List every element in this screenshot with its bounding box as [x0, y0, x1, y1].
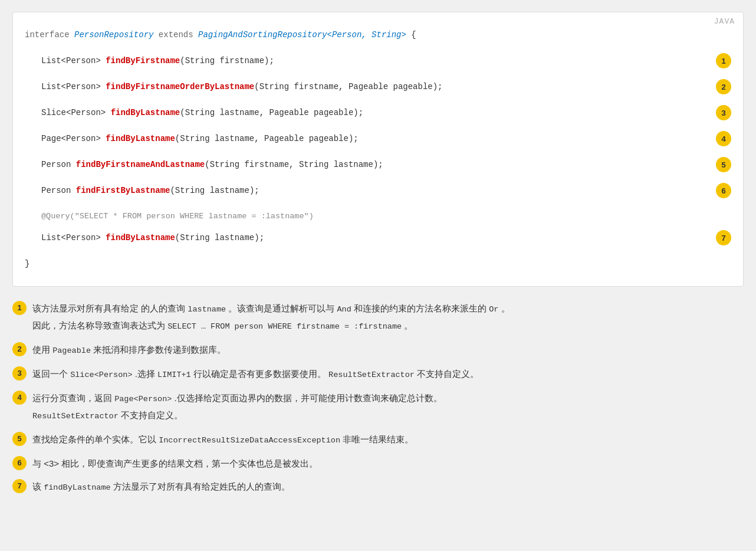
code-text-6: Person findFirstByLastname(String lastna…: [41, 184, 709, 197]
annotation-item-2: 2 使用 Pageable 来抵消和排序参数传递到数据库。: [12, 342, 744, 358]
annotation-text-1: 该方法显示对所有具有给定 的人的查询 lastname 。该查询是通过解析可以与…: [32, 301, 744, 334]
annotation-badge-3: 3: [12, 366, 27, 381]
code-block: JAVA interface PersonRepository extends …: [12, 12, 744, 287]
badge-3: 3: [716, 105, 731, 120]
annotation-item-7: 7 该 findByLastname 方法显示了对所有具有给定姓氏的人的查询。: [12, 479, 744, 495]
page-container: JAVA interface PersonRepository extends …: [12, 12, 744, 495]
annotation-badge-7: 7: [12, 479, 27, 493]
annotation-item-5: 5 查找给定条件的单个实体。它以 IncorrectResultSizeData…: [12, 432, 744, 448]
annotation-item-6: 6 与 <3> 相比，即使查询产生更多的结果文档，第一个实体也总是被发出。: [12, 456, 744, 471]
code-line-1: List<Person> findByFirstname(String firs…: [25, 50, 731, 71]
badge-7: 7: [716, 230, 731, 245]
code-text-3: Slice<Person> findByLastname(String last…: [41, 106, 709, 119]
annotations: 1 该方法显示对所有具有给定 的人的查询 lastname 。该查询是通过解析可…: [12, 301, 744, 495]
code-line-7: List<Person> findByLastname(String lastn…: [25, 227, 731, 248]
code-text-7-query: @Query("SELECT * FROM person WHERE lastn…: [41, 210, 731, 223]
code-text-5: Person findByFirstnameAndLastname(String…: [41, 158, 709, 171]
code-line-5: Person findByFirstnameAndLastname(String…: [25, 154, 731, 175]
code-text-closing: }: [25, 257, 731, 270]
badge-4: 4: [716, 131, 731, 146]
code-text-2: List<Person> findByFirstnameOrderByLastn…: [41, 80, 709, 93]
code-line-3: Slice<Person> findByLastname(String last…: [25, 102, 731, 123]
code-line-7-query: @Query("SELECT * FROM person WHERE lastn…: [25, 206, 731, 227]
annotation-text-7: 该 findByLastname 方法显示了对所有具有给定姓氏的人的查询。: [32, 479, 744, 495]
annotation-item-4: 4 运行分页查询，返回 Page<Person> .仅选择给定页面边界内的数据，…: [12, 391, 744, 424]
annotation-item-3: 3 返回一个 Slice<Person> .选择 LIMIT+1 行以确定是否有…: [12, 366, 744, 382]
code-line-interface: interface PersonRepository extends Pagin…: [25, 24, 731, 45]
code-text-4: Page<Person> findByLastname(String lastn…: [41, 132, 709, 145]
annotation-text-4: 运行分页查询，返回 Page<Person> .仅选择给定页面边界内的数据，并可…: [32, 391, 744, 424]
badge-1: 1: [716, 53, 731, 68]
annotation-badge-5: 5: [12, 432, 27, 446]
annotation-badge-2: 2: [12, 342, 27, 356]
code-line-closing: }: [25, 253, 731, 274]
annotation-text-3: 返回一个 Slice<Person> .选择 LIMIT+1 行以确定是否有更多…: [32, 366, 744, 382]
code-text-1: List<Person> findByFirstname(String firs…: [41, 54, 709, 67]
annotation-text-2: 使用 Pageable 来抵消和排序参数传递到数据库。: [32, 342, 744, 358]
code-line-2: List<Person> findByFirstnameOrderByLastn…: [25, 76, 731, 97]
annotation-text-5: 查找给定条件的单个实体。它以 IncorrectResultSizeDataAc…: [32, 432, 744, 448]
badge-6: 6: [716, 183, 731, 198]
annotation-text-6: 与 <3> 相比，即使查询产生更多的结果文档，第一个实体也总是被发出。: [32, 456, 744, 471]
badge-5: 5: [716, 157, 731, 172]
code-text-7: List<Person> findByLastname(String lastn…: [41, 231, 709, 244]
annotation-badge-1: 1: [12, 301, 27, 315]
badge-2: 2: [716, 79, 731, 94]
annotation-badge-4: 4: [12, 391, 27, 405]
annotation-item-1: 1 该方法显示对所有具有给定 的人的查询 lastname 。该查询是通过解析可…: [12, 301, 744, 334]
annotation-badge-6: 6: [12, 456, 27, 470]
code-line-4: Page<Person> findByLastname(String lastn…: [25, 128, 731, 149]
code-line-6: Person findFirstByLastname(String lastna…: [25, 180, 731, 201]
code-text-interface: interface PersonRepository extends Pagin…: [25, 28, 731, 41]
